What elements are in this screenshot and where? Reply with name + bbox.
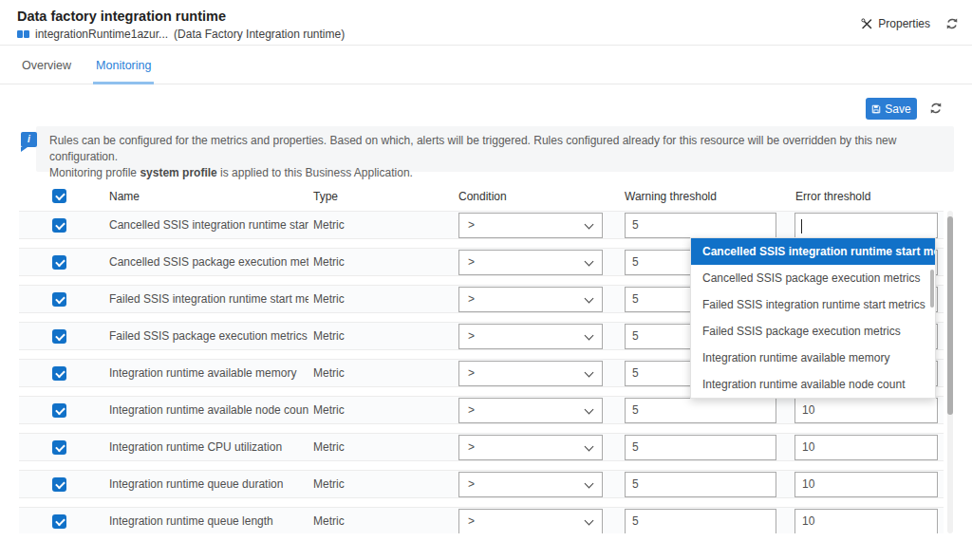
table-row: Integration runtime queue length Metric … (19, 507, 944, 533)
tab-monitoring[interactable]: Monitoring (93, 59, 154, 84)
tab-bar: Overview Monitoring (19, 59, 154, 84)
refresh-table-button[interactable] (929, 102, 943, 115)
save-button[interactable]: Save (866, 98, 917, 120)
page: Data factory integration runtime integra… (0, 0, 972, 560)
banner-line2-suffix: is applied to this Business Application. (217, 166, 413, 179)
metric-name: Integration runtime available node count (109, 397, 308, 424)
condition-select[interactable]: > (458, 324, 603, 349)
row-checkbox[interactable] (52, 366, 66, 381)
dropdown-item[interactable]: Integration runtime available node count (691, 371, 935, 398)
column-header-warning: Warning threshold (625, 190, 717, 203)
save-label: Save (885, 103, 910, 116)
row-checkbox[interactable] (52, 403, 66, 418)
row-checkbox[interactable] (52, 477, 66, 492)
error-threshold-input[interactable]: 10 (794, 472, 938, 497)
info-banner: Rules can be configured for the metrics … (36, 126, 954, 172)
metric-name: Integration runtime queue length (109, 508, 308, 533)
metric-type: Metric (313, 323, 345, 350)
warning-threshold-input[interactable]: 5 (625, 509, 776, 533)
metric-type: Metric (313, 434, 345, 461)
error-threshold-input[interactable]: 10 (794, 435, 938, 460)
chevron-down-icon (585, 368, 594, 378)
dropdown-item[interactable]: Integration runtime available memory (691, 345, 935, 371)
condition-select[interactable]: > (458, 509, 603, 533)
metric-type: Metric (313, 397, 345, 424)
condition-value: > (468, 477, 475, 491)
chevron-down-icon (585, 516, 594, 526)
dropdown-item[interactable]: Failed SSIS package execution metrics (691, 318, 935, 345)
text-cursor (801, 219, 802, 233)
dropdown-scrollbar-thumb[interactable] (930, 270, 934, 308)
row-checkbox[interactable] (52, 440, 66, 455)
warning-threshold-input[interactable]: 5 (625, 213, 776, 238)
metric-type: Metric (313, 471, 345, 498)
metric-name: Failed SSIS package execution metrics (109, 323, 308, 350)
table-row: Integration runtime available node count… (19, 396, 944, 424)
chevron-down-icon (585, 405, 594, 415)
condition-value: > (468, 366, 475, 380)
metric-name: Failed SSIS integration runtime start me… (109, 286, 308, 313)
row-checkbox[interactable] (52, 255, 66, 270)
metric-name: Cancelled SSIS integration runtime start… (109, 212, 308, 239)
properties-label: Properties (878, 17, 930, 30)
table-row: Integration runtime queue duration Metri… (19, 470, 944, 498)
dropdown-item[interactable]: Cancelled SSIS integration runtime start… (691, 238, 935, 265)
error-threshold-input[interactable] (794, 213, 938, 238)
row-checkbox[interactable] (52, 329, 66, 344)
properties-button[interactable]: Properties (861, 17, 930, 30)
table-header: Name Type Condition Warning threshold Er… (0, 190, 972, 205)
tools-icon (861, 18, 872, 29)
metric-type: Metric (313, 508, 345, 533)
chevron-down-icon (585, 294, 594, 304)
resource-type: (Data Factory Integration runtime) (174, 28, 345, 41)
chevron-down-icon (585, 442, 594, 452)
resource-subtitle: integrationRuntime1azur... (Data Factory… (17, 28, 345, 41)
chevron-down-icon (585, 479, 594, 489)
banner-line2-prefix: Monitoring profile (49, 166, 140, 179)
condition-select[interactable]: > (458, 361, 603, 386)
condition-select[interactable]: > (458, 435, 603, 460)
condition-value: > (468, 329, 475, 343)
metric-suggestion-dropdown: Cancelled SSIS integration runtime start… (690, 237, 936, 399)
condition-value: > (468, 218, 475, 232)
table-row: Integration runtime CPU utilization Metr… (19, 433, 944, 461)
condition-select[interactable]: > (458, 398, 603, 423)
dropdown-item[interactable]: Cancelled SSIS package execution metrics (691, 265, 935, 291)
info-banner-text: Rules can be configured for the metrics … (36, 126, 954, 188)
condition-value: > (468, 440, 475, 454)
banner-profile-name: system profile (140, 166, 216, 179)
column-header-name: Name (109, 190, 140, 203)
dropdown-item[interactable]: Failed SSIS integration runtime start me… (691, 291, 935, 318)
scrollbar-thumb[interactable] (947, 216, 953, 415)
condition-select[interactable]: > (458, 472, 603, 497)
metric-type: Metric (313, 249, 345, 276)
save-icon (871, 104, 881, 114)
error-threshold-input[interactable]: 10 (794, 398, 938, 423)
chevron-down-icon (585, 257, 594, 267)
row-checkbox[interactable] (52, 292, 66, 307)
dropdown-items: Cancelled SSIS integration runtime start… (691, 238, 935, 398)
metric-name: Cancelled SSIS package execution metrics (109, 249, 308, 276)
metric-type: Metric (313, 286, 345, 313)
column-header-type: Type (313, 190, 338, 203)
condition-select[interactable]: > (458, 287, 603, 312)
row-checkbox[interactable] (52, 218, 66, 233)
condition-select[interactable]: > (458, 213, 603, 238)
error-threshold-input[interactable]: 10 (794, 509, 938, 533)
info-icon: i (21, 132, 37, 147)
refresh-button[interactable] (945, 17, 959, 30)
resource-name: integrationRuntime1azur... (35, 28, 168, 41)
condition-select[interactable]: > (458, 250, 603, 275)
condition-value: > (468, 514, 475, 528)
metric-type: Metric (313, 360, 345, 387)
resource-icon (17, 29, 29, 39)
warning-threshold-input[interactable]: 5 (625, 472, 776, 497)
warning-threshold-input[interactable]: 5 (625, 435, 776, 460)
table-row: Cancelled SSIS integration runtime start… (19, 211, 944, 239)
tab-overview[interactable]: Overview (19, 59, 74, 84)
warning-threshold-input[interactable]: 5 (625, 398, 776, 423)
column-header-condition: Condition (458, 190, 507, 203)
condition-value: > (468, 255, 475, 269)
row-checkbox[interactable] (52, 514, 66, 529)
app-header: Data factory integration runtime integra… (0, 0, 972, 46)
